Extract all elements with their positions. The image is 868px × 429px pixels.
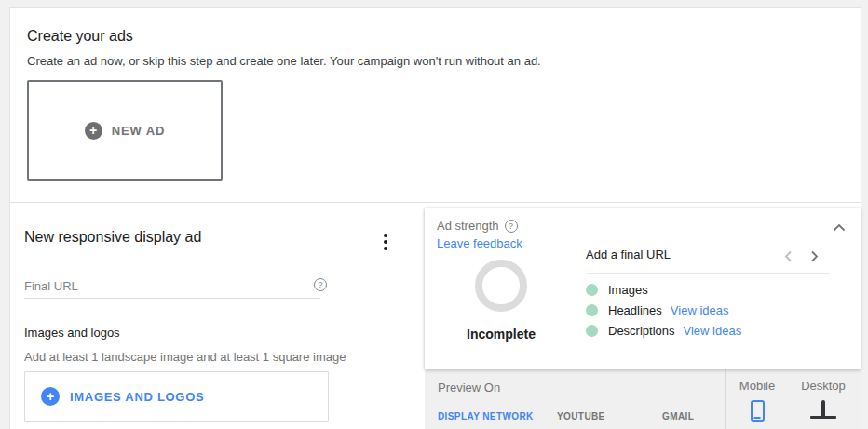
status-dot-icon: [586, 284, 598, 296]
create-ads-title: Create your ads: [27, 28, 133, 45]
ad-strength-panel: Ad strength ? Leave feedback Incomplete …: [425, 208, 861, 369]
tab-youtube[interactable]: YOUTUBE: [557, 411, 605, 422]
checklist-item: Descriptions View ideas: [586, 325, 741, 337]
view-ideas-link[interactable]: View ideas: [684, 324, 742, 338]
device-toggle-desktop[interactable]: Desktop: [795, 379, 851, 419]
checklist-item-label: Descriptions: [608, 324, 675, 338]
checklist-item-label: Headlines: [608, 303, 662, 317]
view-ideas-link[interactable]: View ideas: [671, 303, 729, 317]
help-icon[interactable]: ?: [505, 220, 518, 233]
status-dot-icon: [586, 325, 598, 337]
chevron-left-icon: [784, 250, 793, 262]
new-ad-label: NEW AD: [112, 124, 166, 138]
smartphone-icon: [751, 400, 765, 422]
ad-strength-gauge: [475, 260, 527, 312]
laptop-icon: [810, 402, 836, 419]
kebab-icon: [384, 234, 387, 250]
images-section-hint: Add at least 1 landscape image and at le…: [24, 350, 346, 364]
previous-suggestion-button[interactable]: [779, 248, 797, 263]
tab-display-network[interactable]: DISPLAY NETWORK: [438, 411, 534, 422]
next-suggestion-button[interactable]: [805, 248, 823, 263]
more-options-button[interactable]: [375, 230, 396, 254]
new-ad-button[interactable]: + NEW AD: [27, 80, 223, 181]
help-icon[interactable]: ?: [314, 278, 327, 291]
checklist-item: Headlines View ideas: [586, 304, 741, 316]
divider: [725, 369, 726, 429]
ad-strength-checklist: Images Headlines View ideas Descriptions…: [586, 284, 741, 345]
tab-gmail[interactable]: GMAIL: [662, 411, 694, 422]
preview-bar: Preview On DISPLAY NETWORK YOUTUBE GMAIL…: [425, 369, 861, 429]
preview-title: Preview On: [438, 381, 500, 395]
leave-feedback-link[interactable]: Leave feedback: [437, 236, 522, 250]
ads-step-card: Create your ads Create an ad now, or ski…: [9, 7, 861, 429]
add-icon: +: [41, 387, 60, 406]
create-ads-subtitle: Create an ad now, or skip this step and …: [27, 54, 541, 68]
ad-editor-title: New responsive display ad: [24, 229, 201, 246]
checklist-item-label: Images: [608, 283, 648, 297]
section-divider: [10, 202, 861, 203]
images-and-logos-label: IMAGES AND LOGOS: [70, 390, 204, 404]
page: Create your ads Create an ad now, or ski…: [0, 0, 868, 429]
divider: [586, 273, 830, 274]
final-url-input[interactable]: [24, 275, 320, 299]
images-and-logos-button[interactable]: + IMAGES AND LOGOS: [24, 371, 329, 422]
suggestion-title: Add a final URL: [586, 248, 671, 261]
collapse-panel-button[interactable]: [830, 220, 848, 235]
chevron-right-icon: [810, 250, 819, 262]
images-section-title: Images and logos: [24, 326, 120, 340]
device-toggle-mobile[interactable]: Mobile: [734, 379, 780, 424]
desktop-label: Desktop: [795, 379, 851, 393]
ad-strength-title: Ad strength ?: [437, 219, 518, 233]
chevron-up-icon: [833, 223, 846, 232]
status-dot-icon: [586, 304, 598, 316]
mobile-label: Mobile: [734, 379, 780, 393]
ad-strength-title-text: Ad strength: [437, 219, 499, 233]
checklist-item: Images: [586, 284, 741, 296]
ad-strength-status: Incomplete: [445, 327, 557, 342]
add-icon: +: [85, 122, 102, 140]
